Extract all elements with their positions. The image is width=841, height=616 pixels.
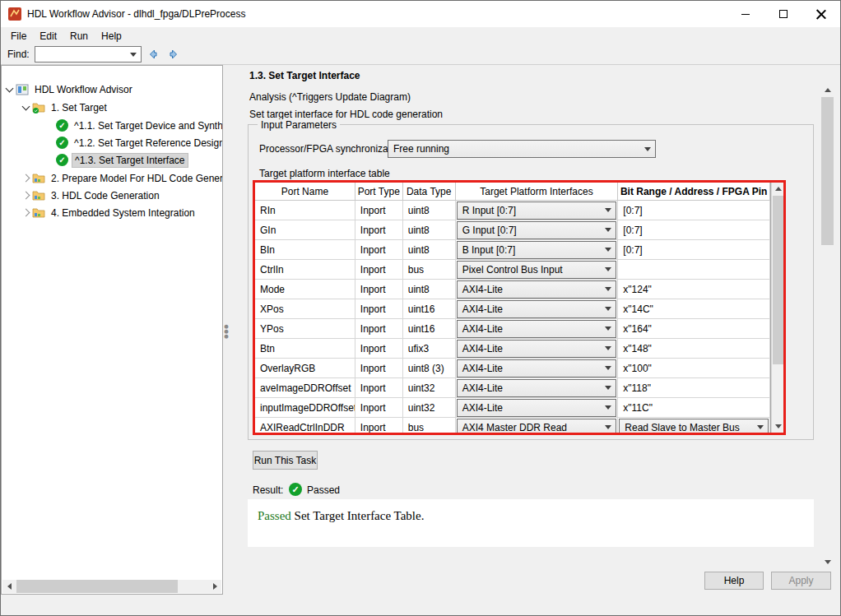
- collapse-icon[interactable]: [6, 84, 14, 92]
- bit-range-dropdown[interactable]: Read Slave to Master Bus: [619, 419, 769, 433]
- interface-value: AXI4-Lite: [458, 402, 602, 414]
- interface-value: AXI4-Lite: [458, 303, 602, 315]
- apply-button[interactable]: Apply: [771, 572, 831, 590]
- tree-item-label[interactable]: 4. Embedded System Integration: [49, 206, 197, 220]
- interface-value: AXI4-Lite: [458, 323, 602, 335]
- port-type-cell: Inport: [355, 359, 403, 377]
- port-name-cell: CtrlIn: [255, 260, 355, 279]
- find-input[interactable]: [35, 48, 126, 61]
- tree-item-label[interactable]: 3. HDL Code Generation: [49, 189, 162, 202]
- port-name-cell: YPos: [255, 319, 355, 338]
- data-type-cell: uint8: [403, 240, 456, 259]
- scrollbar-thumb[interactable]: [773, 196, 783, 364]
- interface-value: AXI4-Lite: [458, 363, 602, 374]
- close-button[interactable]: [802, 1, 840, 27]
- maximize-button[interactable]: [764, 1, 802, 27]
- task-description: Set target interface for HDL code genera…: [249, 109, 443, 120]
- chevron-down-icon: [605, 327, 611, 331]
- scroll-down-icon[interactable]: [820, 555, 834, 568]
- tree-item-label[interactable]: ^1.3. Set Target Interface: [72, 153, 188, 168]
- sync-dropdown[interactable]: Free running: [388, 140, 656, 158]
- tree-item-hdl-code-generation[interactable]: 3. HDL Code Generation: [23, 187, 162, 204]
- interface-dropdown[interactable]: AXI4-Lite: [457, 399, 617, 417]
- tree-item-1-1[interactable]: ^1.1. Set Target Device and Synthesi: [53, 117, 223, 134]
- interface-dropdown[interactable]: B Input [0:7]: [457, 241, 617, 259]
- tree-item-label[interactable]: ^1.2. Set Target Reference Design: [72, 137, 223, 150]
- scroll-right-icon[interactable]: [208, 580, 221, 593]
- expand-icon[interactable]: [22, 174, 30, 183]
- expand-icon[interactable]: [22, 209, 30, 217]
- interface-dropdown[interactable]: AXI4-Lite: [457, 320, 617, 338]
- header-data-type: Data Type: [403, 183, 456, 200]
- menu-run[interactable]: Run: [63, 29, 95, 44]
- scrollbar-thumb[interactable]: [16, 580, 178, 593]
- scrollbar-thumb[interactable]: [821, 97, 834, 245]
- tree-item-label[interactable]: 1. Set Target: [49, 101, 109, 114]
- result-message-highlight: Passed: [258, 509, 291, 522]
- interface-value: Pixel Control Bus Input: [458, 264, 602, 276]
- chevron-down-icon[interactable]: [130, 53, 137, 57]
- table-row: OverlayRGB Inport uint8 (3) AXI4-Lite x"…: [255, 359, 770, 378]
- chevron-down-icon: [605, 307, 611, 311]
- scroll-down-icon[interactable]: [772, 420, 784, 433]
- menu-edit[interactable]: Edit: [33, 29, 63, 44]
- tree-item-embedded-system-integration[interactable]: 4. Embedded System Integration: [23, 204, 197, 221]
- tree-item-label[interactable]: ^1.1. Set Target Device and Synthesi: [72, 119, 223, 132]
- interface-dropdown[interactable]: AXI4 Master DDR Read: [457, 419, 617, 433]
- header-port-name: Port Name: [255, 183, 355, 200]
- result-label: Result:: [253, 484, 283, 496]
- minimize-button[interactable]: [727, 1, 764, 27]
- port-name-cell: BIn: [255, 240, 355, 259]
- tree-horizontal-scrollbar[interactable]: [2, 580, 221, 593]
- chevron-down-icon: [605, 248, 611, 252]
- menu-file[interactable]: File: [4, 29, 33, 44]
- content-vertical-scrollbar[interactable]: [820, 83, 834, 568]
- passed-check-icon: [289, 483, 302, 496]
- collapse-icon[interactable]: [22, 102, 30, 110]
- advisor-icon: [16, 83, 29, 96]
- result-message: Passed Set Target Interface Table.: [258, 509, 424, 523]
- scroll-up-icon[interactable]: [772, 183, 784, 195]
- find-combobox[interactable]: [35, 46, 142, 63]
- interface-dropdown[interactable]: AXI4-Lite: [457, 359, 617, 377]
- find-next-button[interactable]: [165, 46, 183, 63]
- data-type-cell: uint8 (3): [403, 359, 456, 377]
- page-title: 1.3. Set Target Interface: [249, 70, 360, 81]
- bit-range-cell: x"118": [618, 378, 770, 397]
- tree-item-prepare-model[interactable]: 2. Prepare Model For HDL Code Generatio: [23, 169, 223, 187]
- interface-dropdown[interactable]: AXI4-Lite: [457, 340, 617, 358]
- task-folder-check-icon: [32, 101, 45, 114]
- interface-value: B Input [0:7]: [458, 244, 602, 256]
- tree-item-label[interactable]: HDL Workflow Advisor: [32, 83, 135, 96]
- interface-dropdown[interactable]: AXI4-Lite: [457, 280, 617, 299]
- scroll-left-icon[interactable]: [2, 580, 16, 593]
- data-type-cell: uint16: [403, 319, 456, 338]
- panel-splitter[interactable]: ⦁⦁⦁: [224, 323, 229, 345]
- analysis-subtitle: Analysis (^Triggers Update Diagram): [249, 91, 411, 103]
- tree-item-1-3-selected[interactable]: ^1.3. Set Target Interface: [53, 151, 188, 169]
- chevron-down-icon: [605, 228, 611, 232]
- find-previous-button[interactable]: [144, 46, 162, 63]
- interface-dropdown[interactable]: AXI4-Lite: [457, 379, 617, 397]
- table-vertical-scrollbar[interactable]: [771, 183, 783, 433]
- port-name-cell: XPos: [255, 299, 355, 318]
- help-button[interactable]: Help: [704, 572, 764, 590]
- scroll-up-icon[interactable]: [820, 83, 834, 96]
- port-type-cell: Inport: [355, 220, 403, 239]
- chevron-down-icon: [605, 346, 611, 350]
- run-this-task-button[interactable]: Run This Task: [253, 451, 318, 470]
- chevron-down-icon: [757, 425, 764, 429]
- tree-item-label[interactable]: 2. Prepare Model For HDL Code Generatio: [49, 172, 223, 185]
- tree-item-set-target[interactable]: 1. Set Target: [23, 99, 109, 116]
- result-message-text: Set Target Interface Table.: [291, 509, 425, 522]
- port-type-cell: Inport: [355, 319, 403, 338]
- task-folder-icon: [32, 189, 45, 202]
- tree-item-root[interactable]: HDL Workflow Advisor: [7, 81, 135, 98]
- interface-dropdown[interactable]: G Input [0:7]: [457, 221, 617, 239]
- interface-dropdown[interactable]: AXI4-Lite: [457, 300, 617, 318]
- interface-dropdown[interactable]: R Input [0:7]: [457, 201, 617, 220]
- menu-help[interactable]: Help: [95, 29, 128, 44]
- tree-item-1-2[interactable]: ^1.2. Set Target Reference Design: [53, 134, 223, 151]
- interface-dropdown[interactable]: Pixel Control Bus Input: [457, 261, 617, 279]
- expand-icon[interactable]: [22, 192, 30, 200]
